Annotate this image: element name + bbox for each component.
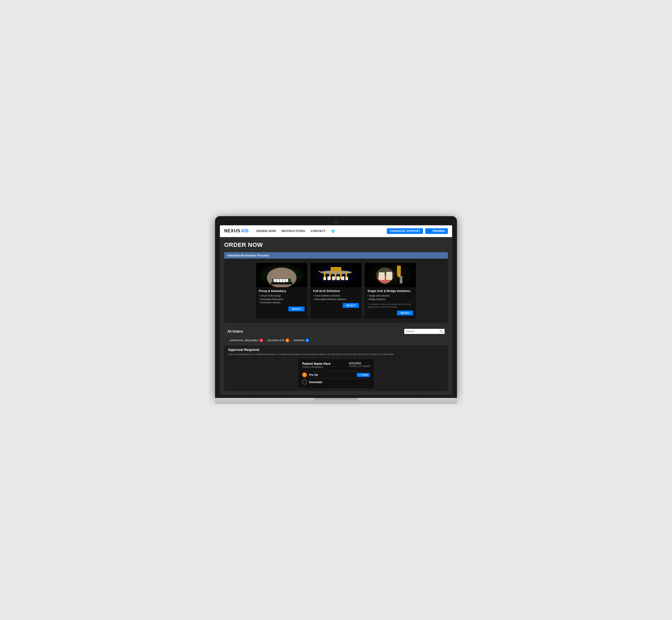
svg-point-30	[339, 271, 342, 273]
card-singleunit-image	[365, 263, 416, 287]
svg-rect-26	[345, 277, 348, 280]
logo-ios: iOS	[241, 228, 248, 234]
patient-id: 37545-A (1770102)	[349, 365, 370, 367]
patient-date: 8/31/2022	[349, 362, 370, 365]
card-preop-title: Preop & Immediacy	[259, 289, 304, 293]
nav-globe-icon[interactable]: 🌐	[331, 229, 335, 233]
service-immediate-name: Immediate	[309, 381, 322, 384]
svg-point-29	[334, 271, 337, 273]
nav-links: ORDER NOW INSTRUCTIONS CONTACT 🌐	[256, 229, 387, 233]
feature-item: Virtual Smile Design	[259, 294, 304, 298]
chairside-support-button[interactable]: CHAIRSIDE SUPPORT	[387, 228, 423, 234]
card-singleunit-features: Single Unit Solutions Bridge Solutions	[368, 294, 413, 301]
feature-item: Single Unit Solutions	[368, 294, 413, 298]
training-button[interactable]: 👤 TRAINING	[425, 228, 448, 234]
card-preop-body: Preop & Immediacy Virtual Smile Design I…	[256, 287, 307, 315]
approval-title: Approval Required	[228, 348, 444, 352]
svg-rect-41	[379, 273, 384, 279]
feature-item: Immediate Restoration	[259, 298, 304, 301]
warning-icon: !	[302, 372, 307, 377]
laptop-hinge	[315, 398, 357, 402]
navigation: NEXUS iOS ORDER NOW INSTRUCTIONS CONTACT…	[220, 225, 452, 237]
svg-rect-7	[274, 279, 276, 282]
svg-rect-34	[319, 271, 321, 272]
main-content: ORDER NOW Intended Restorative Process	[220, 237, 452, 395]
nav-contact[interactable]: CONTACT	[311, 229, 326, 233]
patient-card: Patient Name Here Preop & Immediacy 8/31…	[298, 359, 374, 388]
feature-item: Fixed Definitive Solutions	[313, 294, 359, 298]
tab-incomplete-badge: 1	[285, 339, 289, 342]
tab-orders-badge: 9	[305, 339, 309, 342]
card-fullarch-features: Fixed Definitive Solutions Removable Def…	[313, 294, 359, 301]
select-singleunit-button[interactable]: SELECT	[397, 311, 413, 315]
card-singleunit-title: Single Unit & Bridge Solutions	[368, 289, 413, 293]
patient-services: ! Pre Op ↗ OPEN	[302, 371, 370, 385]
nav-order-now[interactable]: ORDER NOW	[256, 229, 276, 233]
svg-rect-43	[387, 272, 392, 279]
open-preop-button[interactable]: ↗ OPEN	[357, 373, 370, 377]
laptop-base	[215, 398, 457, 404]
patient-info-right: 8/31/2022 37545-A (1770102)	[349, 362, 370, 367]
svg-rect-9	[280, 279, 282, 282]
training-label: TRAINING	[432, 229, 445, 232]
svg-rect-11	[285, 279, 288, 282]
svg-point-31	[345, 271, 347, 273]
card-preop-image	[256, 263, 307, 287]
user-icon: 👤	[428, 229, 431, 232]
feature-item: Conversion Denture	[259, 301, 304, 304]
laptop-screen: NEXUS iOS ORDER NOW INSTRUCTIONS CONTACT…	[220, 225, 452, 395]
svg-rect-23	[332, 276, 335, 280]
laptop-container: NEXUS iOS ORDER NOW INSTRUCTIONS CONTACT…	[215, 216, 457, 404]
orders-section: All Orders 🔍 APPROVAL REQUIRED 1 INCOMPL	[224, 327, 448, 391]
svg-point-28	[329, 271, 331, 273]
search-input[interactable]	[406, 330, 438, 333]
restorative-header: Intended Restorative Process	[224, 252, 448, 259]
svg-point-27	[323, 271, 326, 273]
tab-orders[interactable]: ORDERS 9	[291, 338, 312, 343]
open-preop-label: OPEN	[361, 374, 368, 376]
nav-right: CHAIRSIDE SUPPORT 👤 TRAINING	[387, 228, 448, 234]
search-icon: 🔍	[439, 330, 443, 333]
card-fullarch-image	[311, 263, 361, 287]
tab-orders-label: ORDERS	[293, 339, 305, 342]
approval-required-section: Approval Required Orders requiring Appro…	[224, 345, 448, 391]
tab-incomplete-label: INCOMPLETE	[268, 339, 285, 342]
card-singleunit-body: Single Unit & Bridge Solutions Single Un…	[365, 287, 416, 319]
approval-desc: Orders requiring Approval, or additional…	[228, 353, 444, 356]
external-link-icon: ↗	[359, 374, 361, 376]
search-box: 🔍	[404, 329, 445, 334]
svg-rect-24	[337, 276, 340, 280]
card-preop: Preop & Immediacy Virtual Smile Design I…	[256, 263, 307, 319]
tabs-row: APPROVAL REQUIRED 1 INCOMPLETE 1 ORDERS …	[224, 336, 448, 345]
svg-rect-22	[327, 276, 331, 280]
select-preop-button[interactable]: SELECT	[288, 307, 304, 311]
service-row-preop: ! Pre Op ↗ OPEN	[302, 371, 370, 378]
nav-instructions[interactable]: INSTRUCTIONS	[281, 229, 305, 233]
select-fullarch-button[interactable]: SELECT	[343, 303, 359, 308]
svg-rect-37	[398, 266, 400, 274]
service-left-preop: ! Pre Op	[302, 372, 318, 377]
tab-incomplete[interactable]: INCOMPLETE 1	[265, 338, 291, 343]
laptop-camera	[335, 221, 337, 223]
card-singleunit-note: * For Bridges 5 units or more, please se…	[368, 303, 413, 308]
card-preop-features: Virtual Smile Design Immediate Restorati…	[259, 294, 304, 304]
orders-title: All Orders	[227, 330, 243, 333]
tab-approval-badge: 1	[260, 339, 263, 342]
svg-rect-25	[341, 276, 344, 280]
card-fullarch-body: Full Arch Definitive Fixed Definitive So…	[311, 287, 361, 311]
tab-approval-label: APPROVAL REQUIRED	[230, 339, 259, 342]
patient-info-left: Patient Name Here Preop & Immediacy	[302, 362, 331, 369]
patient-name: Patient Name Here	[302, 362, 331, 366]
service-preop-name: Pre Op	[309, 373, 318, 376]
cards-container: Preop & Immediacy Virtual Smile Design I…	[224, 259, 448, 323]
patient-card-header: Patient Name Here Preop & Immediacy 8/31…	[302, 362, 370, 369]
logo-nexus: NEXUS	[224, 228, 240, 234]
restorative-section: Intended Restorative Process	[224, 252, 448, 323]
orders-header: All Orders 🔍	[224, 327, 448, 336]
service-row-immediate: Immediate	[302, 378, 370, 385]
svg-rect-10	[282, 279, 285, 282]
tab-approval-required[interactable]: APPROVAL REQUIRED 1	[227, 338, 265, 343]
service-left-immediate: Immediate	[302, 380, 322, 384]
svg-rect-12	[271, 282, 292, 285]
pending-icon	[302, 380, 307, 384]
